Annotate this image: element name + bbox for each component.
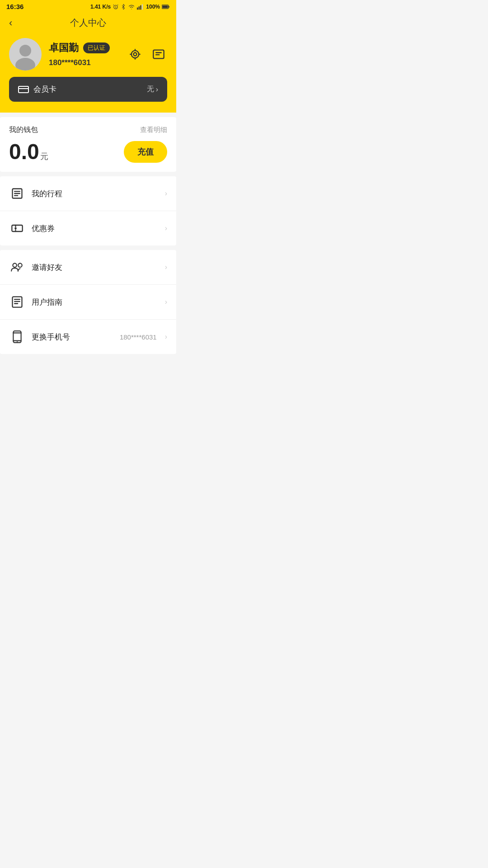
- list-icon: [11, 187, 23, 200]
- profile-phone: 180****6031: [49, 58, 119, 67]
- menu-section-1: 我的行程 › 优惠券 ›: [0, 176, 176, 245]
- network-speed: 1.41 K/s: [90, 4, 111, 10]
- wallet-title: 我的钱包: [9, 125, 38, 135]
- profile-icons: [127, 46, 167, 63]
- nav-bar: ‹ 个人中心: [9, 17, 167, 29]
- coupon-chevron: ›: [165, 224, 167, 232]
- bluetooth-icon: [121, 4, 126, 10]
- member-card-right: 无 ›: [147, 85, 158, 94]
- svg-rect-2: [139, 6, 140, 9]
- profile-row: 卓国勤 已认证 180****6031: [9, 38, 167, 71]
- signal-icon: [137, 4, 144, 10]
- alarm-icon: [113, 4, 119, 10]
- member-card-chevron: ›: [156, 85, 158, 94]
- svg-rect-6: [169, 5, 169, 7]
- wifi-icon: [128, 4, 135, 10]
- wallet-header: 我的钱包 查看明细: [9, 125, 167, 135]
- trip-label: 我的行程: [32, 189, 159, 199]
- header-section: ‹ 个人中心 卓国勤 已认证 180****6031: [0, 13, 176, 113]
- coupon-icon-wrapper: [9, 220, 25, 236]
- avatar[interactable]: [9, 38, 42, 71]
- menu-item-invite[interactable]: 邀请好友 ›: [0, 250, 176, 285]
- coupon-icon: [11, 222, 23, 235]
- battery-level: 100%: [146, 4, 160, 10]
- verified-badge: 已认证: [83, 42, 110, 53]
- back-button[interactable]: ‹: [9, 17, 12, 29]
- menu-item-trip[interactable]: 我的行程 ›: [0, 176, 176, 211]
- svg-point-9: [19, 45, 31, 57]
- phone-chevron: ›: [165, 333, 167, 341]
- status-right: 1.41 K/s 100%: [90, 4, 170, 10]
- guide-label: 用户指南: [32, 297, 159, 307]
- svg-point-11: [134, 53, 137, 56]
- member-card-label: 会员卡: [33, 84, 56, 94]
- phone-icon-wrapper: [9, 329, 25, 345]
- message-icon: [152, 48, 165, 61]
- svg-point-29: [13, 263, 17, 267]
- svg-rect-7: [162, 5, 168, 8]
- wallet-section: 我的钱包 查看明细 0.0 元 充值: [0, 117, 176, 172]
- svg-rect-4: [142, 4, 143, 9]
- page-title: 个人中心: [70, 17, 106, 29]
- scan-button[interactable]: [127, 46, 144, 63]
- svg-rect-20: [19, 86, 28, 93]
- svg-point-30: [18, 263, 22, 267]
- svg-point-12: [131, 51, 139, 58]
- wallet-balance-row: 0.0 元 充值: [9, 141, 167, 163]
- phone-value: 180****6031: [120, 333, 157, 341]
- profile-name: 卓国勤: [49, 41, 79, 55]
- phone-icon: [11, 330, 23, 343]
- wallet-amount: 0.0 元: [9, 141, 48, 163]
- trip-icon-wrapper: [9, 185, 25, 202]
- trip-chevron: ›: [165, 189, 167, 198]
- member-card-value: 无: [147, 85, 154, 94]
- svg-rect-1: [137, 7, 138, 9]
- member-card-left: 会员卡: [18, 84, 56, 94]
- battery-icon: [162, 4, 170, 9]
- recharge-button[interactable]: 充值: [124, 141, 167, 163]
- phone-change-label: 更换手机号: [32, 332, 113, 342]
- message-button[interactable]: [150, 46, 167, 63]
- menu-item-guide[interactable]: 用户指南 ›: [0, 285, 176, 320]
- profile-info: 卓国勤 已认证 180****6031: [49, 41, 119, 67]
- amount-number: 0.0: [9, 141, 39, 163]
- svg-point-28: [14, 227, 17, 230]
- wallet-detail-button[interactable]: 查看明细: [140, 126, 167, 134]
- invite-label: 邀请好友: [32, 262, 159, 273]
- svg-rect-26: [12, 225, 22, 231]
- svg-rect-3: [140, 5, 141, 9]
- status-bar: 16:36 1.41 K/s 100%: [0, 0, 176, 13]
- card-icon: [18, 85, 29, 94]
- invite-icon-wrapper: [9, 259, 25, 275]
- status-time: 16:36: [6, 3, 23, 10]
- amount-unit: 元: [40, 151, 48, 162]
- member-card[interactable]: 会员卡 无 ›: [9, 77, 167, 102]
- guide-icon-wrapper: [9, 294, 25, 310]
- menu-item-coupon[interactable]: 优惠券 ›: [0, 211, 176, 245]
- invite-chevron: ›: [165, 263, 167, 271]
- guide-chevron: ›: [165, 298, 167, 306]
- menu-item-phone[interactable]: 更换手机号 180****6031 ›: [0, 320, 176, 354]
- scan-icon: [129, 48, 141, 61]
- invite-icon: [10, 261, 24, 274]
- profile-name-row: 卓国勤 已认证: [49, 41, 119, 55]
- guide-icon: [11, 296, 23, 308]
- menu-section-2: 邀请好友 › 用户指南 › 更换手机号 180****6031 ›: [0, 250, 176, 354]
- svg-point-38: [17, 341, 18, 342]
- coupon-label: 优惠券: [32, 223, 159, 234]
